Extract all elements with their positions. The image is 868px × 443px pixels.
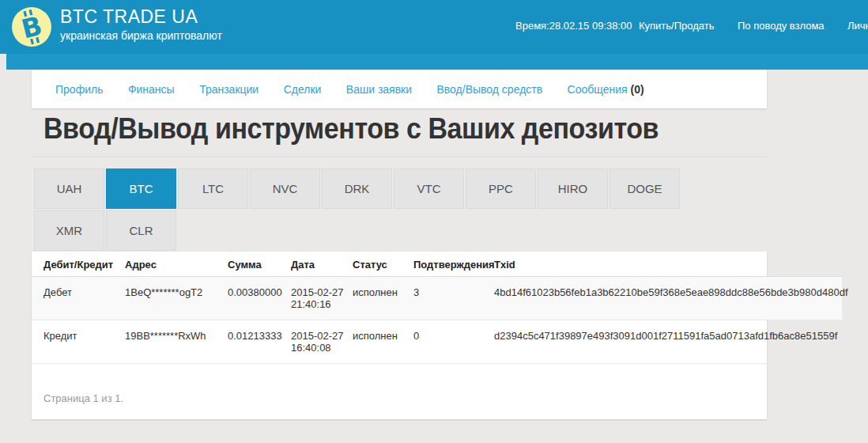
title-divider (32, 157, 767, 157)
cell-date: 2015-02-27 21:40:16 (291, 277, 353, 320)
nav-item-profile[interactable]: Профиль (55, 83, 103, 96)
header-link-buy-sell[interactable]: Купить/Продать (639, 20, 715, 32)
cell-amount: 0.00380000 (228, 277, 291, 320)
header-time: Время:28.02.15 09:38:00 (515, 20, 632, 32)
nav-panel: Профиль Финансы Транзакции Сделки Ваши з… (32, 70, 767, 108)
tab-hiro[interactable]: HIRO (538, 168, 608, 209)
header-sub-strip (6, 54, 868, 70)
col-header-confirmations: Подтверждения (413, 252, 494, 277)
cell-status: исполнен (353, 277, 413, 320)
cell-confirmations: 3 (413, 277, 494, 320)
table-row: Кредит 19BB*******RxWh 0.01213333 2015-0… (32, 320, 842, 364)
cell-date: 2015-02-27 16:40:08 (291, 320, 353, 364)
tab-doge[interactable]: DOGE (609, 168, 680, 209)
nav-item-deals[interactable]: Сделки (284, 83, 322, 96)
cell-address: 19BB*******RxWh (125, 320, 228, 364)
app-header: B BTC TRADE UA украинская биржа криптова… (0, 0, 868, 54)
cell-txid: 4bd14f61023b56feb1a3b62210be59f368e5eae8… (494, 277, 842, 320)
cell-address: 1BeQ*******ogT2 (125, 277, 228, 320)
cell-confirmations: 0 (413, 320, 494, 364)
header-link-hack-notice[interactable]: По поводу взлома (738, 20, 825, 32)
page-title: Ввод/Вывод инструментов с Ваших депозито… (43, 112, 659, 146)
currency-tabs: UAH BTC LTC NVC DRK VTC PPC HIRO DOGE XM… (34, 168, 689, 252)
nav-item-your-orders[interactable]: Ваши заявки (346, 83, 412, 96)
col-header-amount: Сумма (228, 252, 291, 277)
col-header-address: Адрес (125, 252, 228, 277)
table-row: Дебет 1BeQ*******ogT2 0.00380000 2015-02… (32, 277, 842, 320)
tab-vtc[interactable]: VTC (394, 168, 464, 209)
nav-item-messages[interactable]: Сообщения (0) (568, 83, 644, 96)
cell-txid: d2394c5c471f39897e493f3091d001f2711591fa… (494, 320, 842, 364)
pagination-text: Страница 1 из 1. (43, 392, 767, 404)
brand-subtitle: украинская биржа криптовалют (60, 29, 222, 42)
cell-type: Дебет (32, 277, 125, 320)
nav-messages-label: Сообщения (568, 83, 628, 96)
tab-drk[interactable]: DRK (322, 168, 392, 209)
tab-xmr[interactable]: XMR (34, 210, 104, 251)
nav-item-deposit-withdraw[interactable]: Ввод/Вывод средств (437, 83, 543, 96)
brand-title[interactable]: BTC TRADE UA (60, 6, 198, 28)
col-header-txid: Txid (494, 252, 842, 277)
tab-btc[interactable]: BTC (106, 168, 176, 209)
cell-amount: 0.01213333 (228, 320, 291, 364)
nav-item-transactions[interactable]: Транзакции (199, 83, 259, 96)
tab-nvc[interactable]: NVC (250, 168, 320, 209)
col-header-status: Статус (353, 252, 413, 277)
table-header-row: Дебит/Кредит Адрес Сумма Дата Статус Под… (32, 252, 842, 277)
nav-item-finances[interactable]: Финансы (128, 83, 175, 96)
col-header-date: Дата (291, 252, 353, 277)
header-link-personal[interactable]: Личн (847, 20, 868, 32)
cell-type: Кредит (32, 320, 125, 364)
bitcoin-logo-icon[interactable]: B (12, 7, 51, 47)
tab-clr[interactable]: CLR (106, 210, 176, 251)
transactions-table: Дебит/Кредит Адрес Сумма Дата Статус Под… (32, 252, 842, 364)
messages-count-badge: (0) (630, 83, 643, 96)
transactions-panel: Дебит/Кредит Адрес Сумма Дата Статус Под… (32, 252, 767, 419)
tab-ltc[interactable]: LTC (178, 168, 248, 209)
tab-uah[interactable]: UAH (34, 168, 104, 209)
col-header-debit-credit: Дебит/Кредит (32, 252, 125, 277)
tab-ppc[interactable]: PPC (466, 168, 536, 209)
cell-status: исполнен (353, 320, 413, 364)
